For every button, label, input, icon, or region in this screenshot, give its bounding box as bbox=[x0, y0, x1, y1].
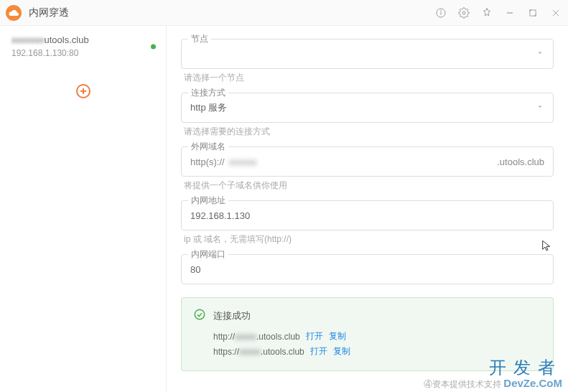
success-box: 连接成功 http://xxxxx.utools.club 打开 复制 http… bbox=[181, 297, 554, 371]
svg-point-2 bbox=[441, 10, 442, 11]
domain-suffix: .utools.club bbox=[497, 157, 544, 167]
check-circle-icon bbox=[193, 308, 206, 323]
pin-icon[interactable] bbox=[480, 6, 493, 19]
lan-port-label: 内网端口 bbox=[188, 248, 228, 261]
success-url-row: https://xxxxx.utools.club 打开 复制 bbox=[213, 345, 541, 358]
copy-link[interactable]: 复制 bbox=[329, 330, 346, 342]
svg-rect-5 bbox=[530, 9, 536, 15]
conn-type-select[interactable]: http 服务 bbox=[181, 93, 554, 123]
copy-link[interactable]: 复制 bbox=[333, 345, 350, 358]
chevron-down-icon bbox=[536, 103, 544, 113]
app-logo-icon bbox=[6, 5, 22, 21]
svg-point-3 bbox=[462, 11, 465, 14]
domain-prefix: http(s):// bbox=[190, 157, 225, 167]
gear-icon[interactable] bbox=[457, 6, 470, 19]
conn-type-helper: 请选择需要的连接方式 bbox=[184, 126, 554, 138]
domain-helper: 将提供一个子域名供你使用 bbox=[184, 179, 554, 192]
lan-port-input[interactable]: 80 bbox=[181, 254, 554, 284]
conn-type-label: 连接方式 bbox=[188, 87, 228, 99]
title-actions bbox=[434, 6, 562, 19]
tunnel-address: 192.168.1.130:80 bbox=[11, 48, 154, 58]
node-helper: 请选择一个节点 bbox=[184, 72, 554, 84]
status-dot-icon bbox=[151, 44, 156, 49]
lan-addr-label: 内网地址 bbox=[188, 195, 228, 207]
open-link[interactable]: 打开 bbox=[310, 345, 327, 358]
domain-label: 外网域名 bbox=[188, 141, 228, 153]
chevron-down-icon bbox=[536, 49, 544, 60]
lan-addr-helper: ip 或 域名，无需填写(http://) bbox=[184, 233, 554, 246]
lan-addr-input[interactable]: 192.168.1.130 bbox=[181, 200, 554, 230]
conn-type-field-group: 连接方式 http 服务 请选择需要的连接方式 bbox=[181, 93, 554, 138]
tunnel-list-item[interactable]: xxxxxxxutools.club 192.168.1.130:80 bbox=[0, 26, 166, 67]
content-form: 节点 请选择一个节点 连接方式 http 服务 请选择需要的连接方式 外网域名 bbox=[167, 26, 568, 392]
add-tunnel-button[interactable] bbox=[73, 81, 93, 101]
open-link[interactable]: 打开 bbox=[306, 330, 323, 342]
success-url-row: http://xxxxx.utools.club 打开 复制 bbox=[213, 330, 541, 342]
maximize-icon[interactable] bbox=[526, 6, 539, 19]
titlebar: 内网穿透 bbox=[0, 0, 568, 26]
minimize-icon[interactable] bbox=[503, 6, 516, 19]
node-field-group: 节点 请选择一个节点 bbox=[181, 39, 554, 84]
app-title: 内网穿透 bbox=[29, 6, 434, 19]
sidebar: xxxxxxxutools.club 192.168.1.130:80 bbox=[0, 26, 167, 392]
info-icon[interactable] bbox=[434, 6, 447, 19]
close-icon[interactable] bbox=[549, 6, 562, 19]
domain-field-group: 外网域名 http(s):// xxxxxx .utools.club 将提供一… bbox=[181, 146, 554, 192]
success-title: 连接成功 bbox=[213, 309, 251, 322]
url-text: https://xxxxx.utools.club bbox=[213, 347, 304, 357]
node-select[interactable] bbox=[181, 39, 554, 69]
lan-addr-field-group: 内网地址 192.168.1.130 ip 或 域名，无需填写(http://) bbox=[181, 200, 554, 246]
tunnel-host: xxxxxxxutools.club bbox=[11, 34, 154, 45]
url-text: http://xxxxx.utools.club bbox=[213, 332, 300, 342]
node-label: 节点 bbox=[188, 33, 211, 45]
lan-port-field-group: 内网端口 80 bbox=[181, 254, 554, 284]
svg-point-11 bbox=[195, 309, 205, 319]
main: xxxxxxxutools.club 192.168.1.130:80 节点 请… bbox=[0, 26, 568, 392]
domain-input[interactable]: http(s):// xxxxxx .utools.club bbox=[181, 146, 554, 177]
